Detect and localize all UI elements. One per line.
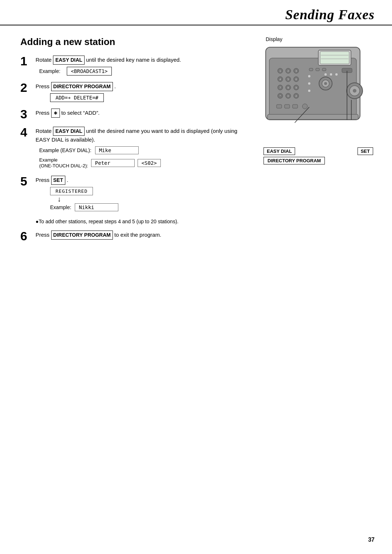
svg-text:3: 3 xyxy=(295,70,297,72)
display-label: Display xyxy=(266,36,282,42)
step-5-example: Example: Nikki xyxy=(50,203,118,211)
step-5-content: Press SET . REGISTERED ↓ Example: Nikki xyxy=(36,176,251,211)
dir-prog-key-2: DIRECTORY PROGRAM xyxy=(51,82,113,91)
svg-text:2: 2 xyxy=(287,70,289,72)
svg-point-8 xyxy=(353,89,356,93)
add-delete-display: ADD=∗ DELETE=# xyxy=(50,93,104,102)
step-6-content: Press DIRECTORY PROGRAM to exit the prog… xyxy=(36,231,251,240)
svg-text:8: 8 xyxy=(287,86,289,89)
svg-rect-50 xyxy=(268,114,358,119)
svg-rect-47 xyxy=(285,105,290,108)
step-2-number: 2 xyxy=(20,81,36,94)
svg-point-38 xyxy=(330,73,332,76)
registered-block: REGISTERED ↓ Example: Nikki xyxy=(50,187,251,211)
svg-text:0: 0 xyxy=(287,95,289,97)
step-3-number: 3 xyxy=(20,108,36,120)
step-5-number: 5 xyxy=(20,175,36,187)
svg-point-39 xyxy=(335,73,338,76)
step-4-example-onetouch: Example (ONE-TOUCH DIAL-2): Peter <S02> xyxy=(39,157,251,170)
step-2-content: Press DIRECTORY PROGRAM . ADD=∗ DELETE=# xyxy=(36,82,251,102)
instructions-column: Adding a new station 1 Rotate EASY DIAL … xyxy=(20,36,262,249)
svg-point-44 xyxy=(308,82,311,85)
section-title: Adding a new station xyxy=(20,36,251,48)
step-6-number: 6 xyxy=(20,230,36,242)
step-3: 3 Press ∗ to select “ADD”. xyxy=(20,109,251,120)
fax-machine-svg: 1 2 3 4 5 6 7 8 9 * 0 # xyxy=(262,44,367,145)
set-key-5: SET xyxy=(51,176,65,185)
svg-rect-3 xyxy=(320,52,349,64)
step-6: 6 Press DIRECTORY PROGRAM to exit the pr… xyxy=(20,231,251,242)
step-4-number: 4 xyxy=(20,126,36,138)
step-6-text: Press DIRECTORY PROGRAM to exit the prog… xyxy=(36,231,251,240)
step-3-content: Press ∗ to select “ADD”. xyxy=(36,109,251,118)
step-4-example-easy-dial: Example (EASY DIAL): Mike xyxy=(39,146,251,154)
step-1-example: Example: <BROADCAST1> xyxy=(39,67,251,76)
easy-dial-key-1: EASY DIAL xyxy=(53,56,84,65)
svg-point-45 xyxy=(308,89,311,92)
svg-rect-36 xyxy=(322,68,326,71)
step-5: 5 Press SET . REGISTERED ↓ Example: Nikk… xyxy=(20,176,251,211)
svg-text:#: # xyxy=(295,95,297,97)
page-title: Sending Faxes xyxy=(285,7,375,22)
page-number: 37 xyxy=(368,537,375,543)
step-5-text: Press SET . xyxy=(36,176,251,185)
svg-point-37 xyxy=(324,73,327,76)
bullet-note: ●To add other stations, repeat steps 4 a… xyxy=(36,218,251,225)
svg-text:*: * xyxy=(279,94,281,98)
directory-program-label: DIRECTORY PROGRAM xyxy=(264,157,325,164)
fax-machine-diagram: 1 2 3 4 5 6 7 8 9 * 0 # xyxy=(262,44,367,145)
svg-rect-46 xyxy=(277,105,282,108)
easy-dial-key-4: EASY DIAL xyxy=(53,127,84,136)
step-3-text: Press ∗ to select “ADD”. xyxy=(36,109,251,118)
svg-rect-48 xyxy=(293,105,298,108)
svg-text:6: 6 xyxy=(295,78,297,81)
step-1-text: Rotate EASY DIAL until the desired key n… xyxy=(36,56,251,65)
page-header: Sending Faxes xyxy=(0,0,392,25)
step-2: 2 Press DIRECTORY PROGRAM . ADD=∗ DELETE… xyxy=(20,82,251,102)
svg-text:4: 4 xyxy=(279,78,281,81)
arrow-down-icon: ↓ xyxy=(57,195,61,203)
step-4-text: Rotate EASY DIAL until the desired name … xyxy=(36,127,251,144)
step-2-text: Press DIRECTORY PROGRAM . xyxy=(36,82,251,91)
svg-text:7: 7 xyxy=(279,86,281,89)
dir-prog-key-6: DIRECTORY PROGRAM xyxy=(51,231,113,240)
set-label: SET xyxy=(358,147,373,155)
step-1-number: 1 xyxy=(20,55,36,67)
step-4: 4 Rotate EASY DIAL until the desired nam… xyxy=(20,127,251,169)
diagram-column: Display xyxy=(262,36,375,249)
star-key: ∗ xyxy=(51,109,60,118)
svg-text:5: 5 xyxy=(287,78,289,81)
registered-display: REGISTERED xyxy=(50,187,93,195)
step-4-content: Rotate EASY DIAL until the desired name … xyxy=(36,127,251,169)
svg-rect-35 xyxy=(316,68,319,71)
step-1: 1 Rotate EASY DIAL until the desired key… xyxy=(20,56,251,76)
step-1-content: Rotate EASY DIAL until the desired key n… xyxy=(36,56,251,76)
svg-point-42 xyxy=(324,82,327,85)
svg-point-43 xyxy=(308,75,311,78)
svg-text:1: 1 xyxy=(279,70,281,72)
diagram-labels: EASY DIAL SET xyxy=(262,147,375,155)
content-area: Adding a new station 1 Rotate EASY DIAL … xyxy=(0,25,392,249)
svg-rect-34 xyxy=(309,68,313,71)
svg-text:9: 9 xyxy=(295,86,297,89)
svg-point-49 xyxy=(302,104,307,109)
easy-dial-label: EASY DIAL xyxy=(264,147,295,155)
